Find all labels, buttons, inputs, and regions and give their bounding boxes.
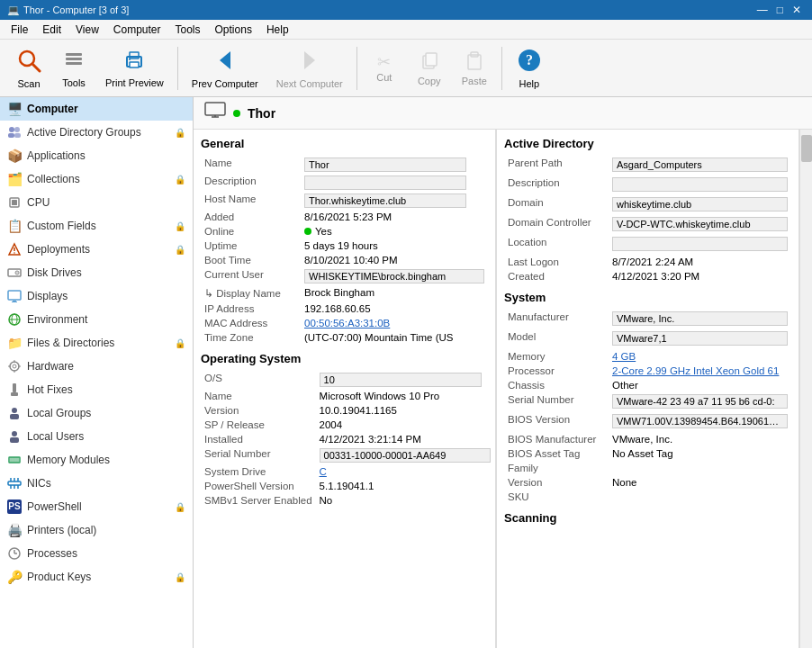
- print-preview-button[interactable]: Print Preview: [97, 43, 172, 94]
- sidebar-item-disk-drives[interactable]: Disk Drives: [0, 261, 193, 284]
- svg-marker-10: [304, 51, 315, 69]
- local-groups-icon: [7, 406, 22, 420]
- field-processor: Processor 2-Core 2.99 GHz Intel Xeon Gol…: [504, 364, 791, 378]
- field-value: V-DCP-WTC.whiskeytime.club: [609, 215, 791, 235]
- cut-button[interactable]: ✂ Cut: [363, 43, 406, 94]
- deployments-icon: [7, 242, 22, 256]
- sidebar-item-environment[interactable]: Environment: [0, 308, 193, 331]
- sidebar-item-printers-local[interactable]: 🖨️ Printers (local): [0, 518, 193, 542]
- sidebar-item-local-users-label: Local Users: [27, 430, 185, 443]
- field-memory: Memory 4 GB: [504, 349, 791, 364]
- maximize-button[interactable]: □: [773, 2, 787, 18]
- field-value: Brock Bingham: [301, 285, 488, 302]
- sidebar-item-hot-fixes[interactable]: Hot Fixes: [0, 378, 193, 401]
- menu-edit[interactable]: Edit: [35, 20, 68, 39]
- paste-icon: [465, 50, 484, 74]
- sidebar-item-custom-fields[interactable]: 📋 Custom Fields 🔒: [0, 214, 193, 238]
- prev-computer-label: Prev Computer: [192, 78, 258, 89]
- field-smbv1: SMBv1 Server Enabled No: [201, 493, 494, 508]
- sidebar-item-product-keys[interactable]: 🔑 Product Keys 🔒: [0, 565, 193, 589]
- sidebar-item-applications[interactable]: 📦 Applications: [0, 144, 193, 167]
- sidebar-item-deployments[interactable]: Deployments 🔒: [0, 238, 193, 261]
- system-drive-link[interactable]: C: [320, 466, 327, 477]
- field-domain: Domain whiskeytime.club: [504, 195, 791, 215]
- sidebar-item-local-groups[interactable]: Local Groups: [0, 401, 193, 425]
- scan-button[interactable]: Scan: [7, 43, 50, 94]
- scrollbar-thumb[interactable]: [801, 135, 812, 162]
- menu-file[interactable]: File: [4, 20, 35, 39]
- sidebar-item-memory-modules[interactable]: Memory Modules: [0, 448, 193, 472]
- custom-fields-lock-icon: 🔒: [175, 221, 185, 231]
- deployments-lock-icon: 🔒: [175, 245, 185, 255]
- tools-icon: [62, 49, 86, 76]
- field-label: Processor: [504, 364, 609, 378]
- field-value: 4/12/2021 3:21:14 PM: [316, 432, 494, 446]
- toolbar-sep-1: [177, 47, 178, 90]
- general-fields-table: Name Thor Description Host Name Thor.whi…: [201, 156, 488, 345]
- field-value: 192.168.60.65: [301, 302, 488, 316]
- field-label: Manufacturer: [504, 310, 609, 329]
- sidebar-item-processes[interactable]: Processes: [0, 542, 193, 565]
- applications-icon: 📦: [7, 148, 22, 163]
- sidebar-item-powershell[interactable]: PS PowerShell 🔒: [0, 495, 193, 518]
- minimize-button[interactable]: —: [753, 2, 771, 18]
- help-button[interactable]: ? Help: [508, 43, 551, 94]
- svg-rect-20: [14, 133, 21, 138]
- field-value: [301, 174, 488, 192]
- hardware-icon: [7, 359, 22, 374]
- sidebar-item-computer[interactable]: 🖥️ Computer: [0, 97, 193, 121]
- field-label: Version: [201, 403, 316, 418]
- field-value: 00:50:56:A3:31:0B: [301, 316, 488, 330]
- prev-computer-button[interactable]: Prev Computer: [184, 43, 266, 94]
- field-created: Created 4/12/2021 3:20 PM: [504, 269, 791, 284]
- close-button[interactable]: ✕: [789, 2, 805, 18]
- tools-button[interactable]: Tools: [52, 43, 95, 94]
- menu-help[interactable]: Help: [259, 20, 296, 39]
- field-chassis: Chassis Other: [504, 378, 791, 392]
- toolbar: Scan Tools Print Preview Prev Computer N…: [0, 40, 812, 97]
- copy-button[interactable]: Copy: [408, 43, 451, 94]
- menu-view[interactable]: View: [68, 20, 106, 39]
- content-area: Thor General Name Thor Description: [194, 97, 812, 648]
- field-bios-asset-tag: BIOS Asset Tag No Asset Tag: [504, 446, 791, 461]
- environment-icon: [7, 312, 22, 327]
- field-label: SKU: [504, 490, 609, 504]
- computer-header: Thor: [194, 97, 812, 130]
- sidebar-item-displays[interactable]: Displays: [0, 284, 193, 308]
- field-value: C: [316, 464, 494, 479]
- next-computer-button[interactable]: Next Computer: [268, 43, 351, 94]
- field-label: PowerShell Version: [201, 479, 316, 493]
- ad-fields-table: Parent Path Asgard_Computers Description…: [504, 156, 791, 284]
- sidebar-item-hardware[interactable]: Hardware: [0, 355, 193, 378]
- svg-rect-42: [11, 392, 18, 396]
- field-label: Boot Time: [201, 253, 301, 267]
- sidebar-item-collections[interactable]: 🗂️ Collections 🔒: [0, 167, 193, 191]
- collections-icon: 🗂️: [7, 172, 22, 186]
- sidebar-item-active-directory-groups[interactable]: Active Directory Groups 🔒: [0, 121, 193, 144]
- help-label: Help: [519, 78, 539, 89]
- svg-point-45: [12, 431, 17, 436]
- scan-label: Scan: [17, 78, 40, 89]
- toolbar-sep-3: [501, 47, 502, 90]
- right-scrollbar[interactable]: [799, 130, 812, 648]
- sidebar-item-cpu[interactable]: CPU: [0, 191, 193, 214]
- sidebar-item-nics-label: NICs: [27, 477, 185, 490]
- menu-computer[interactable]: Computer: [106, 20, 168, 39]
- menu-tools[interactable]: Tools: [168, 20, 208, 39]
- product-keys-lock-icon: 🔒: [175, 572, 185, 582]
- sidebar-item-files-directories[interactable]: 📁 Files & Directories 🔒: [0, 331, 193, 355]
- mac-address-link[interactable]: 00:50:56:A3:31:0B: [304, 318, 390, 328]
- field-ip-address: IP Address 192.168.60.65: [201, 302, 488, 316]
- sidebar-item-local-users[interactable]: Local Users: [0, 425, 193, 448]
- svg-rect-4: [66, 53, 82, 56]
- processor-link[interactable]: 2-Core 2.99 GHz Intel Xeon Gold 61: [612, 365, 779, 376]
- menu-options[interactable]: Options: [208, 20, 259, 39]
- field-value: [609, 461, 791, 475]
- sidebar-item-ad-groups-label: Active Directory Groups: [27, 126, 167, 139]
- sidebar-item-nics[interactable]: NICs: [0, 472, 193, 495]
- sidebar-item-local-groups-label: Local Groups: [27, 407, 185, 419]
- paste-button[interactable]: Paste: [453, 43, 496, 94]
- memory-link[interactable]: 4 GB: [612, 351, 636, 362]
- field-value: VMware, Inc.: [609, 432, 791, 446]
- sidebar-item-product-keys-label: Product Keys: [27, 571, 167, 583]
